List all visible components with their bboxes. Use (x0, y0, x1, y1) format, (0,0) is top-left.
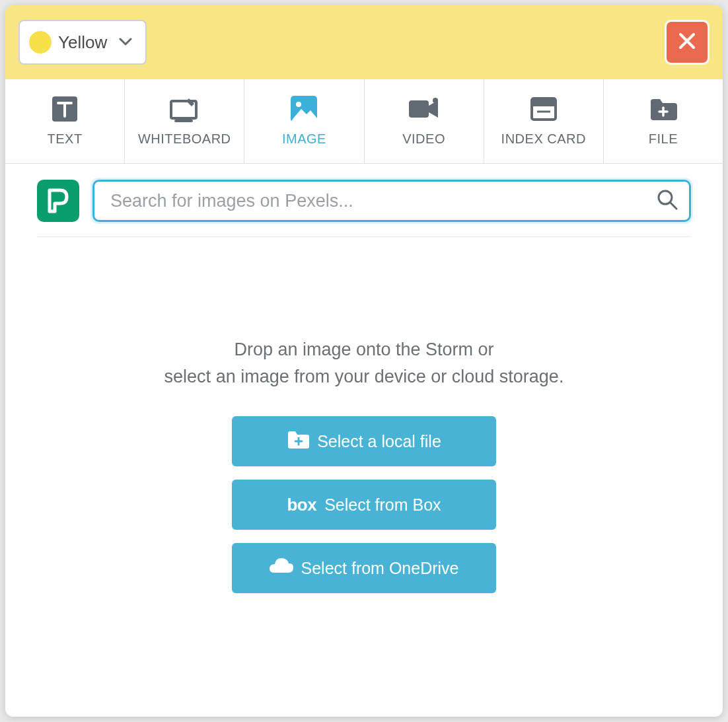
whiteboard-icon (169, 96, 200, 122)
video-icon (409, 96, 439, 122)
svg-point-4 (296, 102, 301, 107)
search-icon[interactable] (657, 189, 678, 213)
close-button[interactable] (665, 20, 710, 65)
tab-file[interactable]: FILE (604, 79, 723, 163)
svg-point-6 (433, 98, 438, 103)
modal-header: Yellow (5, 5, 723, 79)
instruction-line: select an image from your device or clou… (164, 363, 564, 390)
svg-line-11 (671, 203, 676, 209)
search-wrap (92, 180, 691, 222)
close-icon (677, 31, 697, 54)
button-label: Select from OneDrive (301, 559, 459, 578)
color-swatch (29, 31, 52, 54)
tab-whiteboard[interactable]: WHITEBOARD (125, 79, 244, 163)
tab-label: FILE (649, 131, 678, 147)
index-card-icon (530, 96, 557, 122)
select-local-file-button[interactable]: Select a local file (232, 416, 496, 466)
tab-label: WHITEBOARD (138, 131, 231, 147)
button-label: Select from Box (324, 495, 441, 515)
pexels-search-input[interactable] (92, 180, 691, 222)
tab-image[interactable]: IMAGE (244, 79, 364, 163)
select-from-box-button[interactable]: box Select from Box (232, 480, 496, 530)
color-dropdown[interactable]: Yellow (18, 20, 147, 65)
tab-label: INDEX CARD (501, 131, 586, 147)
folder-plus-icon (287, 430, 309, 452)
button-label: Select a local file (317, 432, 441, 451)
tab-label: TEXT (48, 131, 83, 147)
add-content-modal: Yellow TEXT WHITEBOARD (5, 5, 723, 717)
cloud-icon (270, 558, 293, 578)
tab-index-card[interactable]: INDEX CARD (484, 79, 604, 163)
tab-label: VIDEO (402, 131, 445, 147)
tab-video[interactable]: VIDEO (365, 79, 484, 163)
instruction-line: Drop an image onto the Storm or (164, 336, 564, 363)
search-row (5, 164, 723, 222)
color-label: Yellow (58, 32, 107, 53)
instructions: Drop an image onto the Storm or select a… (164, 336, 564, 390)
pexels-logo (37, 180, 79, 222)
image-dropzone[interactable]: Drop an image onto the Storm or select a… (5, 237, 723, 717)
svg-rect-8 (532, 98, 556, 106)
svg-rect-5 (409, 100, 429, 118)
select-from-onedrive-button[interactable]: Select from OneDrive (232, 543, 496, 593)
folder-plus-icon (649, 96, 677, 122)
content-type-tabs: TEXT WHITEBOARD IMAGE VIDEO INDEX CARD (5, 79, 723, 164)
box-logo: box (287, 495, 316, 515)
chevron-down-icon (119, 36, 132, 48)
image-icon (291, 96, 317, 122)
text-icon (52, 96, 77, 122)
tab-label: IMAGE (282, 131, 326, 147)
tab-text[interactable]: TEXT (5, 79, 125, 163)
